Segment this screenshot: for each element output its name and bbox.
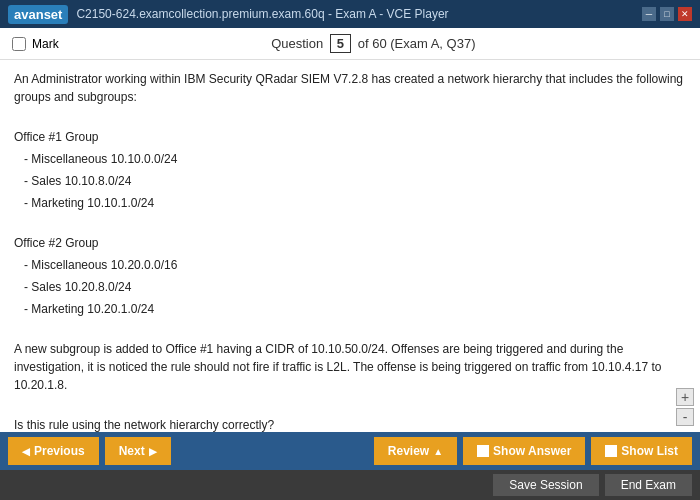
window-controls[interactable]: ─ □ ✕ (642, 7, 692, 21)
question-label: Question (271, 36, 323, 51)
save-end-bar: Save Session End Exam (0, 470, 700, 500)
close-button[interactable]: ✕ (678, 7, 692, 21)
group2-name: Office #2 Group (14, 234, 686, 252)
group1-item3: - Marketing 10.10.1.0/24 (24, 194, 686, 212)
minimize-button[interactable]: ─ (642, 7, 656, 21)
mark-checkbox[interactable] (12, 37, 26, 51)
next-button[interactable]: Next ▶ (105, 437, 171, 465)
prev-arrow-icon: ◀ (22, 446, 30, 457)
review-arrow-icon: ▲ (433, 446, 443, 457)
mark-section: Mark (12, 37, 59, 51)
question-header: Mark Question 5 of 60 (Exam A, Q37) (0, 28, 700, 60)
show-answer-label: Show Answer (493, 444, 571, 458)
intro-text: An Administrator working within IBM Secu… (14, 70, 686, 106)
main-window: Mark Question 5 of 60 (Exam A, Q37) An A… (0, 28, 700, 500)
group2-item1: - Miscellaneous 10.20.0.0/16 (24, 256, 686, 274)
review-label: Review (388, 444, 429, 458)
content-area: An Administrator working within IBM Secu… (0, 60, 700, 432)
question-intro: An Administrator working within IBM Secu… (14, 70, 686, 432)
previous-label: Previous (34, 444, 85, 458)
group1-name: Office #1 Group (14, 128, 686, 146)
total-questions: of 60 (Exam A, Q37) (358, 36, 476, 51)
answer-icon (477, 445, 489, 457)
zoom-controls: + - (676, 388, 694, 426)
mark-label: Mark (32, 37, 59, 51)
bottom-toolbar: ◀ Previous Next ▶ Review ▲ Show Answer S… (0, 432, 700, 470)
question-info: Question 5 of 60 (Exam A, Q37) (271, 34, 475, 53)
list-icon (605, 445, 617, 457)
group2-item2: - Sales 10.20.8.0/24 (24, 278, 686, 296)
review-button[interactable]: Review ▲ (374, 437, 457, 465)
zoom-out-button[interactable]: - (676, 408, 694, 426)
group2-item3: - Marketing 10.20.1.0/24 (24, 300, 686, 318)
question-body: An Administrator working within IBM Secu… (0, 60, 700, 432)
group1-item2: - Sales 10.10.8.0/24 (24, 172, 686, 190)
maximize-button[interactable]: □ (660, 7, 674, 21)
additional-info: A new subgroup is added to Office #1 hav… (14, 340, 686, 394)
window-title: C2150-624.examcollection.premium.exam.60… (76, 7, 448, 21)
end-exam-button[interactable]: End Exam (605, 474, 692, 496)
next-label: Next (119, 444, 145, 458)
question-number: 5 (330, 34, 351, 53)
title-bar: avanset C2150-624.examcollection.premium… (0, 0, 700, 28)
previous-button[interactable]: ◀ Previous (8, 437, 99, 465)
app-logo: avanset (8, 5, 68, 24)
show-list-label: Show List (621, 444, 678, 458)
question-text: Is this rule using the network hierarchy… (14, 416, 686, 432)
show-list-button[interactable]: Show List (591, 437, 692, 465)
title-bar-left: avanset C2150-624.examcollection.premium… (8, 5, 449, 24)
next-arrow-icon: ▶ (149, 446, 157, 457)
show-answer-button[interactable]: Show Answer (463, 437, 585, 465)
group1-item1: - Miscellaneous 10.10.0.0/24 (24, 150, 686, 168)
save-session-button[interactable]: Save Session (493, 474, 598, 496)
zoom-in-button[interactable]: + (676, 388, 694, 406)
